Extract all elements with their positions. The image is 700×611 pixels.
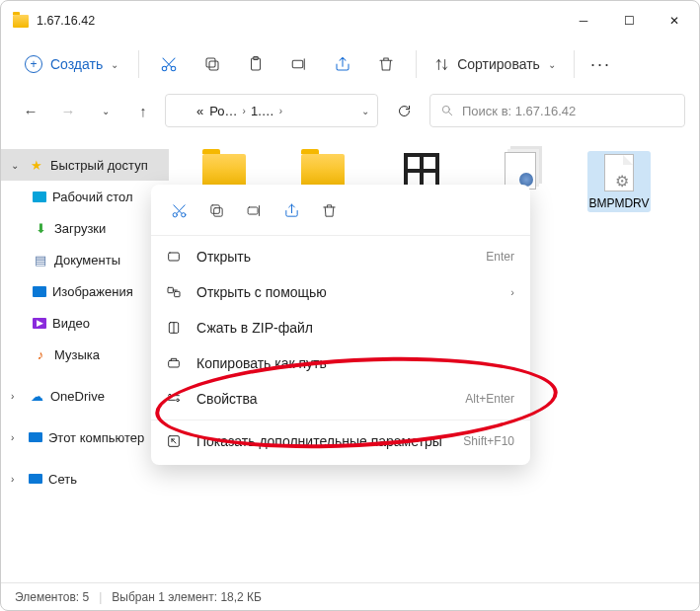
paste-button[interactable] (236, 46, 275, 82)
toolbar: + Создать ⌄ Сортировать ⌄ ··· (1, 40, 699, 88)
star-icon: ★ (29, 157, 44, 173)
close-button[interactable]: ✕ (652, 5, 697, 37)
chevron-right-icon: › (277, 106, 284, 116)
sidebar-item-downloads[interactable]: ⬇ Загрузки (1, 212, 169, 244)
refresh-button[interactable] (384, 94, 424, 127)
sidebar-onedrive[interactable]: › ☁ OneDrive (1, 380, 169, 412)
sidebar-item-video[interactable]: ▶ Видео (1, 307, 169, 339)
sidebar-item-music[interactable]: ♪ Музыка (1, 339, 169, 370)
ctx-open[interactable]: Открыть Enter (151, 239, 530, 274)
address-bar[interactable]: « Ро… › 1.… › ⌄ (165, 94, 378, 127)
search-placeholder: Поиск в: 1.67.16.42 (462, 104, 576, 118)
chevron-right-icon: › (11, 391, 23, 402)
cloud-icon: ☁ (29, 388, 44, 404)
ctx-delete-button[interactable] (311, 194, 347, 226)
sidebar: ⌄ ★ Быстрый доступ Рабочий стол ⬇ Загруз… (1, 137, 169, 579)
svg-point-19 (177, 399, 180, 402)
new-button[interactable]: + Создать ⌄ (15, 49, 128, 79)
selection-info: Выбран 1 элемент: 18,2 КБ (112, 590, 262, 604)
back-button[interactable]: ← (15, 95, 46, 126)
address-row: ← → ⌄ ↑ « Ро… › 1.… › ⌄ Поиск в: 1.67.16… (1, 88, 699, 137)
rename-button[interactable] (279, 46, 319, 82)
forward-button[interactable]: → (52, 95, 84, 126)
breadcrumb[interactable]: 1.… (248, 104, 277, 118)
item-count: Элементов: 5 (15, 590, 89, 604)
delete-button[interactable] (366, 46, 406, 82)
pc-icon (29, 432, 42, 442)
picture-icon (33, 286, 46, 297)
context-menu: Открыть Enter Открыть с помощью › Сжать … (151, 185, 530, 465)
breadcrumb[interactable]: « (194, 104, 206, 118)
sort-button[interactable]: Сортировать ⌄ (427, 50, 564, 78)
folder-icon (172, 105, 188, 116)
svg-rect-13 (169, 253, 180, 261)
ctx-properties[interactable]: Свойства Alt+Enter (151, 381, 530, 417)
separator (151, 420, 530, 420)
chevron-right-icon: › (11, 474, 23, 485)
up-button[interactable]: ↑ (127, 95, 159, 126)
share-button[interactable] (323, 46, 362, 82)
svg-rect-2 (209, 61, 218, 70)
chevron-right-icon: › (11, 432, 23, 443)
new-label: Создать (50, 56, 103, 72)
copy-button[interactable] (193, 46, 232, 82)
maximize-button[interactable]: ☐ (606, 5, 652, 37)
ctx-cut-button[interactable] (161, 194, 196, 226)
copy-path-icon (165, 355, 183, 371)
properties-icon (165, 391, 183, 407)
up-button[interactable]: ⌄ (90, 95, 121, 126)
file-item-selected[interactable]: ⚙ BMPMDRV (587, 151, 651, 212)
svg-rect-17 (169, 360, 180, 367)
more-options-icon (165, 433, 183, 449)
svg-point-7 (442, 106, 449, 113)
sidebar-item-documents[interactable]: ▤ Документы (1, 244, 169, 275)
svg-point-18 (169, 394, 172, 397)
address-dropdown[interactable]: ⌄ (353, 106, 377, 116)
chevron-right-icon: › (241, 106, 248, 116)
sidebar-network[interactable]: › Сеть (1, 463, 169, 495)
ctx-share-button[interactable] (273, 194, 309, 226)
ctx-copy-button[interactable] (198, 194, 234, 226)
svg-rect-15 (175, 291, 180, 296)
ctx-copy-path[interactable]: Копировать как путь (151, 345, 530, 381)
sidebar-item-desktop[interactable]: Рабочий стол (1, 181, 169, 212)
svg-rect-6 (292, 60, 303, 68)
chevron-right-icon: › (510, 286, 514, 298)
minimize-button[interactable]: ─ (561, 5, 606, 37)
network-icon (29, 474, 42, 484)
chevron-down-icon: ⌄ (11, 160, 23, 171)
video-icon: ▶ (33, 318, 46, 329)
search-box[interactable]: Поиск в: 1.67.16.42 (429, 94, 685, 127)
separator (416, 50, 417, 78)
open-with-icon (165, 284, 183, 300)
document-icon: ▤ (33, 252, 48, 267)
desktop-icon (33, 191, 46, 202)
music-icon: ♪ (33, 346, 48, 362)
cut-button[interactable] (149, 46, 189, 82)
separator (138, 50, 139, 78)
folder-icon (13, 15, 29, 28)
search-icon (440, 104, 454, 117)
sidebar-quick-access[interactable]: ⌄ ★ Быстрый доступ (1, 149, 169, 181)
svg-rect-14 (168, 287, 173, 292)
ctx-compress-zip[interactable]: Сжать в ZIP-файл (151, 310, 530, 345)
sidebar-item-pictures[interactable]: Изображения (1, 275, 169, 307)
open-icon (165, 249, 183, 265)
more-button[interactable]: ··· (584, 54, 617, 75)
file-label: BMPMDRV (588, 196, 649, 210)
breadcrumb[interactable]: Ро… (206, 104, 240, 118)
zip-icon (165, 320, 183, 336)
separator (574, 50, 575, 78)
separator (151, 235, 530, 236)
plus-icon: + (25, 55, 42, 73)
ctx-show-more-options[interactable]: Показать дополнительные параметры Shift+… (151, 423, 530, 459)
ctx-open-with[interactable]: Открыть с помощью › (151, 274, 530, 310)
svg-rect-3 (206, 58, 215, 67)
window-title: 1.67.16.42 (37, 14, 95, 28)
svg-rect-10 (213, 207, 222, 216)
download-icon: ⬇ (33, 220, 48, 236)
status-bar: Элементов: 5 | Выбран 1 элемент: 18,2 КБ (1, 582, 699, 610)
ctx-rename-button[interactable] (236, 194, 272, 226)
chevron-down-icon: ⌄ (548, 59, 556, 70)
sidebar-thispc[interactable]: › Этот компьютер (1, 421, 169, 453)
